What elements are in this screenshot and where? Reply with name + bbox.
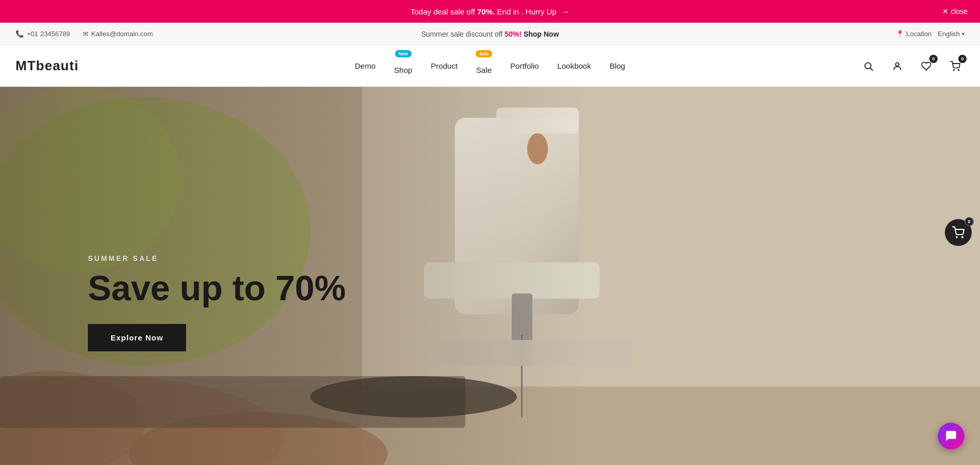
search-button[interactable]: [859, 57, 878, 75]
svg-point-22: [956, 237, 957, 238]
new-badge: New: [395, 50, 412, 57]
nav-item-shop[interactable]: New Shop: [394, 57, 412, 74]
sale-badge: Sale: [476, 50, 493, 57]
language-label: English: [938, 30, 960, 38]
svg-point-2: [896, 63, 899, 66]
floating-cart-count: 0: [964, 217, 974, 226]
close-banner-button[interactable]: ✕ close: [942, 7, 968, 16]
sale-highlight: 50%!: [504, 30, 522, 38]
info-bar-left: +01 23456789 Kalles@domain.com: [16, 30, 153, 38]
banner-arrow: →: [562, 7, 570, 16]
email-address: Kalles@domain.com: [91, 30, 153, 38]
explore-now-button[interactable]: Explore Now: [88, 324, 186, 351]
phone-number: +01 23456789: [27, 30, 70, 38]
floating-cart-icon: [952, 226, 964, 239]
svg-line-1: [870, 68, 873, 70]
chat-button[interactable]: [938, 423, 964, 450]
chevron-down-icon: ▾: [962, 31, 964, 37]
phone-contact: +01 23456789: [16, 30, 70, 38]
account-button[interactable]: [888, 57, 907, 75]
wishlist-button[interactable]: 0: [917, 57, 936, 75]
top-banner-text: Today deal sale off 70%. End in . Hurry …: [410, 7, 570, 16]
nav-item-sale[interactable]: Sale Sale: [476, 57, 492, 74]
main-header: MTbeauti Demo New Shop Product Sale Sale…: [0, 45, 980, 87]
cart-button[interactable]: 0: [946, 57, 964, 75]
nav-item-lookbook[interactable]: Lookbook: [557, 61, 591, 70]
location-selector[interactable]: Location: [896, 30, 931, 38]
location-icon: [896, 30, 904, 38]
header-icons: 0 0: [859, 57, 964, 75]
nav-item-blog[interactable]: Blog: [609, 61, 625, 70]
email-icon: [83, 30, 88, 38]
site-logo[interactable]: MTbeauti: [16, 58, 79, 74]
hero-section: SUMMER SALE Save up to 70% Explore Now: [0, 87, 980, 465]
info-bar: +01 23456789 Kalles@domain.com Summer sa…: [0, 23, 980, 45]
search-icon: [863, 61, 874, 71]
shop-now-link[interactable]: Shop Now: [524, 30, 559, 38]
info-bar-center: Summer sale discount off 50%! Shop Now: [421, 30, 559, 38]
hero-content: SUMMER SALE Save up to 70% Explore Now: [88, 254, 346, 351]
top-banner: Today deal sale off 70%. End in . Hurry …: [0, 0, 980, 23]
nav-item-portfolio[interactable]: Portfolio: [510, 61, 539, 70]
nav-item-demo[interactable]: Demo: [355, 61, 376, 70]
location-label: Location: [906, 30, 931, 38]
wishlist-count: 0: [929, 55, 938, 63]
language-selector[interactable]: English ▾: [938, 30, 964, 38]
user-icon: [892, 61, 902, 71]
hero-title: Save up to 70%: [88, 269, 346, 307]
svg-point-23: [962, 237, 963, 238]
main-nav: Demo New Shop Product Sale Sale Portfoli…: [355, 57, 625, 74]
cart-icon: [950, 61, 960, 71]
heart-icon: [921, 61, 931, 71]
cart-count: 0: [958, 55, 967, 63]
svg-point-4: [958, 69, 959, 70]
chat-icon: [944, 429, 958, 443]
svg-point-3: [954, 69, 955, 70]
hero-subtitle: SUMMER SALE: [88, 254, 346, 262]
nav-item-product[interactable]: Product: [431, 61, 458, 70]
info-bar-right: Location English ▾: [896, 30, 964, 38]
email-contact: Kalles@domain.com: [83, 30, 153, 38]
phone-icon: [16, 30, 24, 38]
floating-cart-button[interactable]: 0: [945, 219, 972, 246]
